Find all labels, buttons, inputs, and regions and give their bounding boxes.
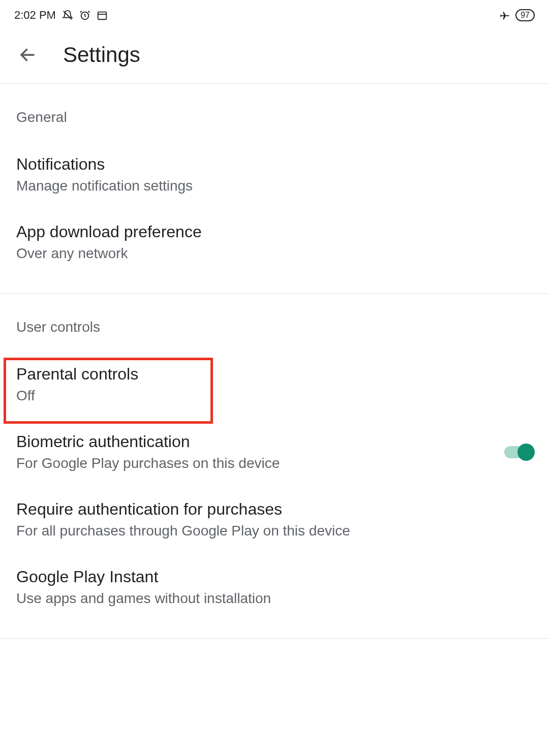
item-subtitle: Over any network [16,245,533,262]
section-divider [0,638,549,639]
item-subtitle: For all purchases through Google Play on… [16,523,533,539]
item-title: App download preference [16,223,533,241]
status-time: 2:02 PM [14,9,56,22]
item-parental-controls[interactable]: Parental controls Off [0,351,549,418]
biometric-toggle[interactable] [504,446,533,458]
item-title: Google Play Instant [16,568,533,586]
item-google-play-instant[interactable]: Google Play Instant Use apps and games w… [0,553,549,621]
airplane-icon [499,10,510,21]
section-header-user-controls: User controls [0,294,549,351]
item-biometric-authentication[interactable]: Biometric authentication For Google Play… [0,418,549,486]
item-notifications[interactable]: Notifications Manage notification settin… [0,141,549,208]
back-button[interactable] [18,46,37,64]
svg-rect-2 [98,12,107,20]
page-title: Settings [63,43,140,67]
status-right: 97 [499,9,535,21]
item-title: Notifications [16,155,533,174]
calendar-icon [97,10,108,21]
alarm-icon [79,10,90,21]
item-title: Biometric authentication [16,432,504,451]
toggle-thumb-icon [517,444,535,461]
item-subtitle: Use apps and games without installation [16,590,533,607]
toolbar: Settings [0,30,549,84]
battery-indicator: 97 [515,9,535,21]
bell-off-icon [62,10,73,21]
status-bar: 2:02 PM 97 [0,0,549,30]
section-header-general: General [0,84,549,141]
item-title: Require authentication for purchases [16,500,533,519]
item-subtitle: Manage notification settings [16,178,533,194]
item-title: Parental controls [16,365,533,384]
item-subtitle: For Google Play purchases on this device [16,455,504,471]
status-left: 2:02 PM [14,9,108,22]
item-app-download-preference[interactable]: App download preference Over any network [0,208,549,276]
item-require-authentication[interactable]: Require authentication for purchases For… [0,486,549,553]
item-subtitle: Off [16,388,533,404]
